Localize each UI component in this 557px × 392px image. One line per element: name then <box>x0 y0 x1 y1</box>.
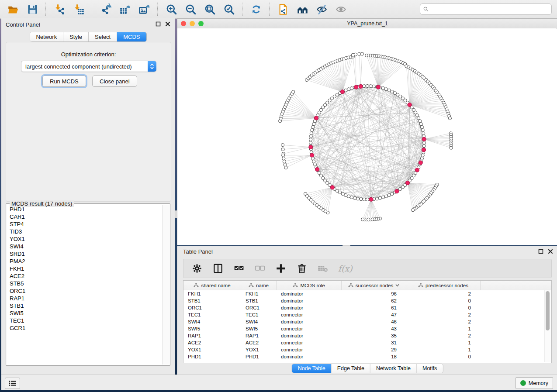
ring-node[interactable] <box>391 193 394 196</box>
close-panel-button[interactable]: Close panel <box>92 76 137 87</box>
import-network-button[interactable] <box>53 3 66 16</box>
ring-node[interactable] <box>417 117 420 120</box>
memory-button[interactable]: Memory <box>515 377 553 389</box>
refresh-button[interactable] <box>249 3 263 16</box>
mcds-result-list[interactable]: PHD1CAR1STP4TID3YOX1SWI4SRD1PMA2FKH1ACE2… <box>7 206 162 364</box>
leaf-node[interactable] <box>283 160 286 163</box>
mcds-result-item[interactable]: RAP1 <box>7 295 162 302</box>
ring-node[interactable] <box>363 198 366 201</box>
zoom-fit-button[interactable] <box>203 3 216 16</box>
tab-network[interactable]: Network <box>30 32 63 41</box>
ring-node[interactable] <box>384 88 387 91</box>
table-row[interactable]: TEC1TEC1connector472 <box>183 311 551 318</box>
leaf-node[interactable] <box>282 157 285 160</box>
ring-node[interactable] <box>381 87 384 90</box>
table-row[interactable]: YOX1YOX1connector291 <box>183 346 551 353</box>
leaf-node[interactable] <box>282 154 285 157</box>
mcds-result-item[interactable]: STB1 <box>7 302 162 309</box>
table-row[interactable]: SWI4SWI4dominator462 <box>183 318 551 325</box>
column-header-name[interactable]: name <box>241 281 277 290</box>
mcds-result-item[interactable]: GCR1 <box>7 324 162 332</box>
import-table-button[interactable] <box>72 3 85 16</box>
mcds-result-scrollbar[interactable] <box>162 205 169 364</box>
mcds-hub-node[interactable] <box>415 168 419 172</box>
leaf-node[interactable] <box>361 218 364 221</box>
mcds-hub-node[interactable] <box>376 85 380 89</box>
ring-node[interactable] <box>422 141 426 144</box>
zoom-out-button[interactable] <box>184 3 197 16</box>
ring-node[interactable] <box>309 141 312 144</box>
export-network-button[interactable] <box>99 3 112 16</box>
split-columns-button[interactable] <box>212 263 224 274</box>
leaf-node[interactable] <box>354 53 357 56</box>
run-mcds-button[interactable]: Run MCDS <box>42 76 86 87</box>
leaf-node[interactable] <box>360 52 363 55</box>
column-header-successor-nodes[interactable]: successor nodes <box>342 281 406 290</box>
ring-node[interactable] <box>419 120 422 123</box>
optimization-criterion-select[interactable]: largest connected component (undirected) <box>21 61 156 72</box>
mcds-result-item[interactable]: SWI5 <box>7 309 162 317</box>
search-input[interactable] <box>431 6 549 13</box>
ring-node[interactable] <box>384 195 387 198</box>
ring-node[interactable] <box>421 154 424 157</box>
ring-node[interactable] <box>344 194 347 197</box>
network-window-titlebar[interactable]: YPA_prune.txt_1 <box>177 19 557 29</box>
mcds-result-item[interactable]: ACE2 <box>7 272 162 280</box>
mcds-result-item[interactable]: PMA2 <box>7 258 162 265</box>
ring-node[interactable] <box>366 84 369 87</box>
leaf-node[interactable] <box>292 90 295 93</box>
float-panel-icon[interactable] <box>156 21 161 27</box>
mcds-result-item[interactable]: FKH1 <box>7 265 162 272</box>
mcds-result-item[interactable]: YOX1 <box>7 235 162 243</box>
ring-node[interactable] <box>419 123 422 126</box>
tab-select[interactable]: Select <box>88 32 117 41</box>
mcds-hub-node[interactable] <box>395 189 399 193</box>
ring-node[interactable] <box>313 163 316 166</box>
column-header-shared-name[interactable]: shared name <box>183 281 241 290</box>
tab-network-table[interactable]: Network Table <box>370 364 416 373</box>
ring-node[interactable] <box>422 132 425 135</box>
ring-node[interactable] <box>422 144 426 148</box>
zoom-selected-button[interactable] <box>222 3 235 16</box>
ring-node[interactable] <box>347 88 350 91</box>
search-box[interactable] <box>420 3 552 15</box>
delete-column-button[interactable] <box>296 263 308 274</box>
mcds-hub-node[interactable] <box>422 148 426 152</box>
ring-node[interactable] <box>310 132 313 135</box>
mcds-result-item[interactable]: SRD1 <box>7 250 162 258</box>
ring-node[interactable] <box>347 195 350 198</box>
show-hidden-button[interactable] <box>334 3 347 16</box>
close-table-panel-icon[interactable] <box>548 249 553 254</box>
zoom-in-button[interactable] <box>165 3 178 16</box>
ring-node[interactable] <box>363 85 366 88</box>
mcds-hub-node[interactable] <box>330 186 334 189</box>
table-row[interactable]: PHD1PHD1dominator180 <box>183 353 551 360</box>
select-all-rows-button[interactable] <box>233 263 245 274</box>
tab-node-table[interactable]: Node Table <box>292 364 331 373</box>
ring-node[interactable] <box>312 123 315 126</box>
ring-node[interactable] <box>309 138 312 141</box>
ring-node[interactable] <box>312 160 315 163</box>
tab-edge-table[interactable]: Edge Table <box>331 364 370 373</box>
leaf-node[interactable] <box>284 166 287 169</box>
mcds-result-item[interactable]: STP4 <box>7 220 162 228</box>
node-table-scrollbar[interactable] <box>544 290 550 362</box>
network-graph-canvas[interactable] <box>177 28 557 244</box>
ring-node[interactable] <box>353 196 356 199</box>
column-header-predecessor-nodes[interactable]: predecessor nodes <box>406 281 481 290</box>
ring-node[interactable] <box>366 198 369 201</box>
ring-node[interactable] <box>369 85 372 88</box>
mcds-hub-node[interactable] <box>369 197 373 201</box>
leaf-node[interactable] <box>284 163 287 166</box>
mcds-hub-node[interactable] <box>309 145 313 149</box>
ring-node[interactable] <box>381 196 384 199</box>
new-network-from-selection-button[interactable] <box>277 3 290 16</box>
save-button[interactable] <box>26 3 39 16</box>
open-folder-button[interactable] <box>7 3 20 16</box>
tab-mcds[interactable]: MCDS <box>117 32 146 41</box>
table-settings-button[interactable] <box>191 263 203 274</box>
ring-node[interactable] <box>420 125 423 128</box>
table-row[interactable]: ACE2ACE2connector311 <box>183 339 551 346</box>
mcds-result-item[interactable]: STB5 <box>7 280 162 287</box>
ring-node[interactable] <box>387 89 391 92</box>
